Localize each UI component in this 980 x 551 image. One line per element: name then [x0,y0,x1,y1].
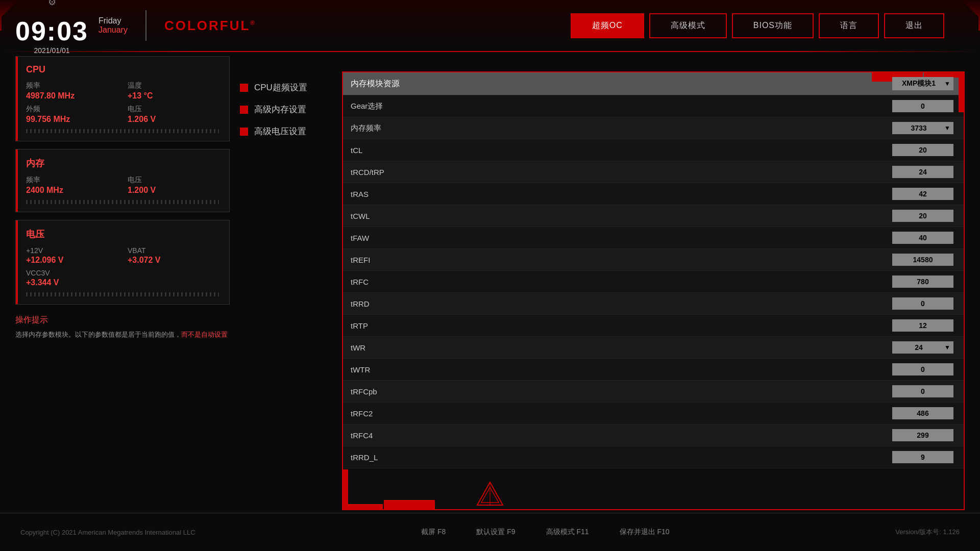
cpu-card: CPU 频率 4987.80 MHz 温度 +13 °C 外频 99.756 M… [15,56,230,141]
cpu-temp-value: +13 °C [128,91,219,101]
value-box[interactable]: 0 [892,100,953,112]
value-box[interactable]: 0 [892,385,953,397]
footer-key-f11: 高级模式 F11 [546,528,589,537]
table-row[interactable]: tRFC780 [343,271,964,293]
setting-value[interactable]: 3733 [684,117,964,139]
clock-section: ⚙ 09:03 2021/01/01 Friday January COLORF… [15,0,256,55]
nav-btn-oc[interactable]: 超频OC [571,13,644,38]
setting-value[interactable]: 24 [684,337,964,359]
menu-label-mem-advanced: 高级内存设置 [254,104,306,115]
setting-value[interactable]: 0 [684,381,964,403]
table-row[interactable]: Gear选择0 [343,95,964,117]
nav-btn-advanced[interactable]: 高级模式 [649,13,727,38]
value-box[interactable]: 299 [892,429,953,441]
menu-item-volt-advanced[interactable]: 高级电压设置 [240,126,332,137]
cpu-freq-section: 频率 4987.80 MHz [26,81,117,101]
setting-value[interactable]: 40 [684,227,964,249]
table-row[interactable]: tFAW40 [343,227,964,249]
table-row[interactable]: tRRD_L9 [343,446,964,468]
mem-freq-label: 频率 [26,176,117,185]
table-row[interactable]: tRFC2486 [343,403,964,424]
ops-hint-title: 操作提示 [15,315,230,325]
rp-corner-bl [342,469,383,510]
menu-label-volt-advanced: 高级电压设置 [254,126,306,137]
value-box[interactable]: 20 [892,144,953,156]
table-row[interactable]: tRAS42 [343,183,964,205]
table-row[interactable]: tWTR0 [343,359,964,381]
table-row[interactable]: tRFCpb0 [343,381,964,403]
table-row[interactable]: tRCD/tRP24 [343,161,964,183]
table-row[interactable]: 内存模块资源XMP模块1 [343,72,964,95]
ops-hint-text: 选择内存参数模块。以下的参数值都是居于当前跑的值，而不是自动设置 [15,330,230,340]
value-box[interactable]: 42 [892,188,953,200]
table-row[interactable]: tRFC4299 [343,424,964,446]
value-box[interactable]: 14580 [892,254,953,266]
clock-day: Friday [99,16,128,26]
value-box[interactable]: 0 [892,363,953,375]
setting-value[interactable]: 0 [684,293,964,315]
nav-btn-lang[interactable]: 语言 [819,13,879,38]
table-row[interactable]: tRRD0 [343,293,964,315]
cpu-extfreq-value: 99.756 MHz [26,115,117,124]
setting-value[interactable]: 299 [684,424,964,446]
cpu-card-grid: 频率 4987.80 MHz 温度 +13 °C 外频 99.756 MHz 电… [26,81,219,124]
value-box[interactable]: 24 [892,166,953,178]
value-box[interactable]: 20 [892,210,953,222]
setting-name: 内存模块资源 [343,72,684,95]
cpu-volt-label: 电压 [128,105,219,114]
table-row[interactable]: tCWL20 [343,205,964,227]
value-box[interactable]: 9 [892,451,953,463]
footer-copyright: Copyright (C) 2021 American Megatrends I… [20,529,195,536]
value-box[interactable]: 486 [892,407,953,419]
value-box[interactable]: 3733 [892,122,953,134]
clock-time: 09:03 [15,18,88,44]
setting-name: Gear选择 [343,95,684,117]
setting-value[interactable]: 0 [684,95,964,117]
mem-card: 内存 频率 2400 MHz 电压 1.200 V [15,149,230,212]
mem-freq-value: 2400 MHz [26,186,117,195]
setting-value[interactable]: 14580 [684,249,964,271]
setting-value[interactable]: 24 [684,161,964,183]
menu-dot-mem-advanced [240,106,248,114]
table-row[interactable]: 内存频率3733 [343,117,964,139]
setting-value[interactable]: 12 [684,315,964,337]
mem-card-grid: 频率 2400 MHz 电压 1.200 V [26,176,219,195]
menu-item-cpu-oc[interactable]: CPU超频设置 [240,82,332,93]
footer-keys: 截屏 F8 默认设置 F9 高级模式 F11 保存并退出 F10 [421,528,670,537]
setting-value[interactable]: 780 [684,271,964,293]
value-box[interactable]: 0 [892,297,953,310]
table-row[interactable]: tWR24 [343,337,964,359]
value-box[interactable]: 24 [892,341,953,354]
center-menu: CPU超频设置 高级内存设置 高级电压设置 [240,82,332,137]
table-row[interactable]: tCL20 [343,139,964,161]
setting-name: tRFC4 [343,424,684,446]
setting-value[interactable]: 486 [684,403,964,424]
footer-key-f9: 默认设置 F9 [476,528,515,537]
nav-btn-bios[interactable]: BIOS功能 [732,13,814,38]
footer-key-f10: 保存并退出 F10 [620,528,670,537]
setting-value[interactable]: 42 [684,183,964,205]
menu-item-mem-advanced[interactable]: 高级内存设置 [240,104,332,115]
clock-date-section: Friday January [99,16,128,35]
voltage-card: 电压 +12V +12.096 V VBAT +3.072 V VCC3V +3… [15,220,230,305]
table-row[interactable]: tRTP12 [343,315,964,337]
setting-value[interactable]: 20 [684,139,964,161]
value-box[interactable]: 40 [892,232,953,244]
value-box[interactable]: 12 [892,319,953,332]
setting-value[interactable]: 0 [684,359,964,381]
value-box[interactable]: XMP模块1 [892,77,953,90]
value-box[interactable]: 780 [892,276,953,288]
v12-section: +12V +12.096 V [26,246,117,265]
setting-name: tCL [343,139,684,161]
setting-value[interactable]: 20 [684,205,964,227]
nav-btn-exit[interactable]: 退出 [884,13,944,38]
settings-scroll[interactable]: 内存模块资源XMP模块1Gear选择0内存频率3733tCL20tRCD/tRP… [343,72,964,509]
setting-value[interactable]: XMP模块1 [684,72,964,95]
vbat-label: VBAT [128,246,219,255]
vcc-value: +3.344 V [26,278,117,287]
setting-value[interactable]: 9 [684,446,964,468]
menu-label-cpu-oc: CPU超频设置 [254,82,307,93]
mem-volt-section: 电压 1.200 V [128,176,219,195]
table-row[interactable]: tREFI14580 [343,249,964,271]
clock-date: 2021/01/01 [34,46,69,55]
